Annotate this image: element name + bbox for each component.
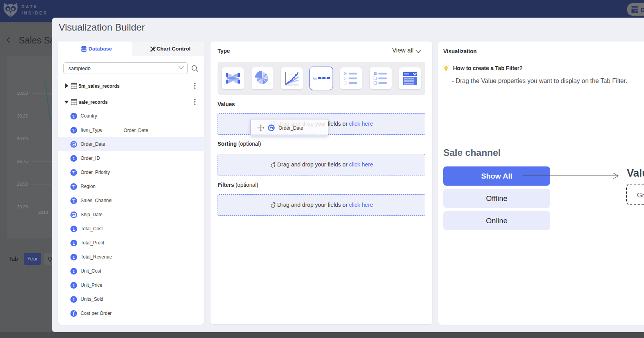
svg-text:D: D <box>640 6 644 13</box>
svg-text:T: T <box>72 198 75 203</box>
svg-text:T: T <box>72 184 75 189</box>
svg-text:1: 1 <box>72 269 75 273</box>
svg-text:1: 1 <box>72 240 75 245</box>
svg-text:T: T <box>72 170 75 175</box>
svg-text:Tab: Tab <box>313 77 317 80</box>
svg-text:1: 1 <box>72 255 75 259</box>
svg-text:f: f <box>73 311 75 316</box>
svg-text:1: 1 <box>72 297 75 302</box>
svg-text:T: T <box>72 128 75 132</box>
svg-text:1: 1 <box>72 226 75 231</box>
svg-text:1: 1 <box>72 283 75 287</box>
svg-text:T: T <box>72 114 75 118</box>
svg-text:1: 1 <box>72 156 75 161</box>
